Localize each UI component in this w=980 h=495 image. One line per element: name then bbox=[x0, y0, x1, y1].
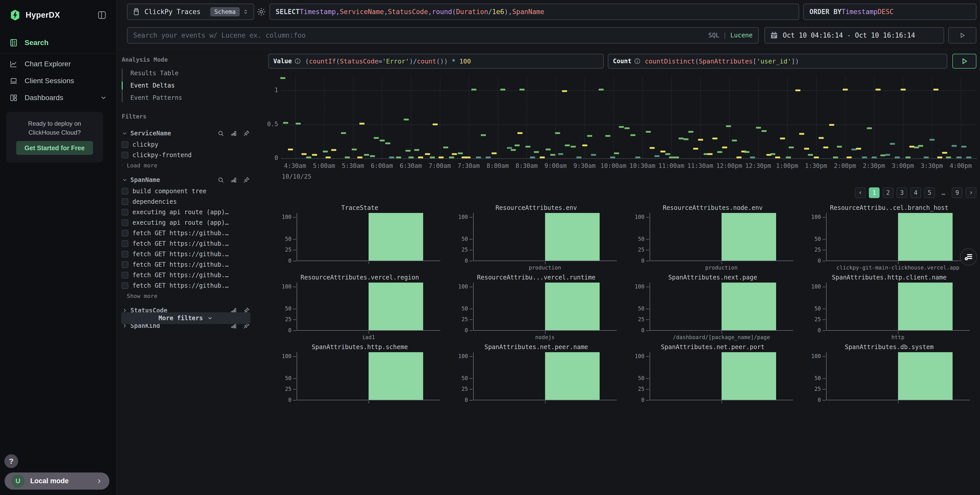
checkbox[interactable] bbox=[122, 240, 128, 247]
sidebar-item-client-sessions[interactable]: Client Sessions bbox=[0, 73, 116, 89]
x-axis-line bbox=[473, 400, 617, 400]
pagination-page-1[interactable]: 1 bbox=[869, 187, 880, 198]
filter-checkbox-row[interactable]: fetch GET https://github.… bbox=[122, 238, 250, 249]
search-icon[interactable] bbox=[217, 176, 224, 184]
sidebar-item-chart-explorer[interactable]: Chart Explorer bbox=[0, 56, 116, 73]
filter-checkbox-row[interactable]: executing api route (app)… bbox=[122, 207, 250, 217]
facet-chart-title: SpanAttributes.http.scheme bbox=[278, 343, 441, 351]
facet-chart[interactable]: ResourceAttribu..cel.branch_host02550100… bbox=[801, 201, 977, 271]
feedback-fab-button[interactable] bbox=[960, 248, 977, 266]
facet-chart[interactable]: SpanAttributes.http.scheme02550100https bbox=[272, 341, 448, 404]
source-settings-button[interactable] bbox=[254, 3, 269, 20]
pagination-prev-button[interactable] bbox=[855, 187, 866, 198]
facet-chart-title: ResourceAttribu..cel.branch_host bbox=[808, 204, 971, 211]
analysis-mode-tab-results-table[interactable]: Results Table bbox=[122, 67, 250, 79]
pagination-page-3[interactable]: 3 bbox=[897, 187, 907, 198]
filter-checkbox-row[interactable]: dependencies bbox=[122, 196, 250, 207]
facet-chart[interactable]: SpanAttributes.http.client.name02550100h… bbox=[801, 271, 977, 341]
x-tick bbox=[369, 331, 369, 334]
checkbox[interactable] bbox=[122, 152, 128, 159]
search-run-button[interactable] bbox=[948, 27, 977, 43]
facet-chart[interactable]: SpanAttributes.net.peer.name02550100z5pr… bbox=[448, 341, 624, 404]
checkbox[interactable] bbox=[122, 141, 128, 148]
source-select[interactable]: ClickPy Traces Schema bbox=[127, 3, 254, 20]
sidebar-item-search[interactable]: Search bbox=[0, 34, 116, 51]
sql-mode-label[interactable]: SQL bbox=[708, 32, 719, 39]
count-expression-input[interactable]: Count countDistinct(SpanAttributes['user… bbox=[608, 54, 947, 68]
filter-checkbox-row[interactable]: clickpy-frontend bbox=[122, 150, 250, 160]
facet-chart[interactable]: SpanAttributes.net.peer.port025501008443 bbox=[624, 341, 801, 404]
checkbox[interactable] bbox=[122, 261, 128, 268]
pin-icon[interactable] bbox=[243, 130, 250, 137]
facet-chart[interactable]: SpanAttributes.next.page02550100/dashboa… bbox=[624, 271, 801, 341]
pagination-page-9[interactable]: 9 bbox=[952, 187, 963, 198]
checkbox[interactable] bbox=[122, 272, 128, 278]
facet-chart[interactable]: SpanAttributes.db.system02550100clickhou… bbox=[801, 341, 977, 404]
sidebar-item-dashboards[interactable]: Dashboards bbox=[0, 89, 116, 106]
help-button[interactable]: ? bbox=[4, 454, 18, 468]
load-more-link[interactable]: Load more bbox=[122, 160, 250, 170]
data-point bbox=[486, 157, 491, 159]
facet-chart[interactable]: ResourceAttributes.node.env02550100produ… bbox=[624, 201, 801, 271]
filter-checkbox-row[interactable]: fetch GET https://github.… bbox=[122, 228, 250, 238]
search-icon[interactable] bbox=[217, 130, 224, 137]
search-input[interactable] bbox=[133, 32, 708, 39]
clickhouse-promo-card: Ready to deploy on ClickHouse Cloud? Get… bbox=[6, 112, 103, 162]
checkbox[interactable] bbox=[122, 188, 128, 195]
filter-group-spanname[interactable]: SpanName bbox=[122, 174, 250, 186]
order-by-input[interactable]: ORDER BY Timestamp DESC bbox=[803, 3, 977, 20]
filter-checkbox-row[interactable]: build component tree bbox=[122, 186, 250, 196]
facet-chart[interactable]: ResourceAttributes.env02550100production bbox=[448, 201, 624, 271]
event-deltas-chart[interactable]: 4:30am5:00am5:30am6:00am6:30am7:00am7:30… bbox=[282, 77, 977, 158]
filter-checkbox-row[interactable]: fetch GET https://github.… bbox=[122, 249, 250, 259]
get-started-button[interactable]: Get Started for Free bbox=[16, 141, 93, 155]
value-expression-input[interactable]: Value (countIf(StatusCode='Error')/count… bbox=[268, 54, 604, 68]
y-tick bbox=[822, 309, 826, 309]
show-more-link[interactable]: Show more bbox=[122, 291, 250, 301]
data-point bbox=[619, 126, 624, 128]
bar-chart-icon[interactable] bbox=[230, 130, 237, 137]
local-mode-button[interactable]: U Local mode bbox=[5, 473, 109, 490]
x-axis-tick-label: 8:30am bbox=[515, 162, 538, 170]
filter-checkbox-row[interactable]: executing api route (app)… bbox=[122, 217, 250, 228]
more-filters-button[interactable]: More filters bbox=[121, 312, 250, 324]
filter-checkbox-row[interactable]: clickpy bbox=[122, 139, 250, 150]
analysis-mode-tab-event-deltas[interactable]: Event Deltas bbox=[122, 79, 250, 92]
facet-chart[interactable]: TraceState02550100 bbox=[272, 201, 448, 271]
data-point bbox=[745, 151, 749, 153]
filter-checkbox-row[interactable]: fetch GET https://github.… bbox=[122, 280, 250, 291]
data-point bbox=[862, 157, 867, 159]
data-point bbox=[775, 157, 780, 159]
filter-checkbox-row[interactable]: fetch GET https://github.… bbox=[122, 259, 250, 270]
sql-select-input[interactable]: SELECT Timestamp, ServiceName, StatusCod… bbox=[269, 3, 799, 20]
pagination-next-button[interactable] bbox=[966, 187, 977, 198]
filter-group-servicename[interactable]: ServiceName bbox=[122, 127, 250, 139]
schema-badge[interactable]: Schema bbox=[210, 7, 240, 16]
language-toggle[interactable]: SQL | Lucene bbox=[708, 32, 752, 39]
pagination-page-5[interactable]: 5 bbox=[924, 187, 935, 198]
checkbox[interactable] bbox=[122, 251, 128, 257]
pagination-page-4[interactable]: 4 bbox=[910, 187, 921, 198]
filter-checkbox-row[interactable]: fetch GET https://github.… bbox=[122, 270, 250, 280]
facet-chart[interactable]: ResourceAttribu...vercel.runtime02550100… bbox=[448, 271, 624, 341]
run-query-button[interactable] bbox=[952, 54, 977, 68]
bar-chart-icon[interactable] bbox=[230, 176, 237, 184]
facet-chart[interactable]: ResourceAttributes.vercel.region02550100… bbox=[272, 271, 448, 341]
lucene-mode-label[interactable]: Lucene bbox=[730, 32, 752, 39]
checkbox[interactable] bbox=[122, 209, 128, 216]
checkbox[interactable] bbox=[122, 219, 128, 226]
checkbox[interactable] bbox=[122, 282, 128, 289]
sidebar-collapse-icon[interactable] bbox=[97, 10, 107, 20]
checkbox[interactable] bbox=[122, 230, 128, 236]
y-axis-tick-label: 1 bbox=[263, 87, 278, 94]
checkbox[interactable] bbox=[122, 198, 128, 205]
data-point bbox=[443, 146, 448, 148]
date-range-picker[interactable]: Oct 10 04:16:14 - Oct 10 16:16:14 bbox=[764, 27, 944, 43]
analysis-mode-tab-event-patterns[interactable]: Event Patterns bbox=[122, 92, 250, 104]
filter-value-label: clickpy bbox=[132, 141, 158, 148]
facet-chart-title: TraceState bbox=[278, 204, 441, 211]
y-tick bbox=[822, 217, 826, 217]
pagination-page-2[interactable]: 2 bbox=[883, 187, 893, 198]
code-token: StatusCode bbox=[340, 57, 379, 65]
pin-icon[interactable] bbox=[243, 176, 250, 184]
